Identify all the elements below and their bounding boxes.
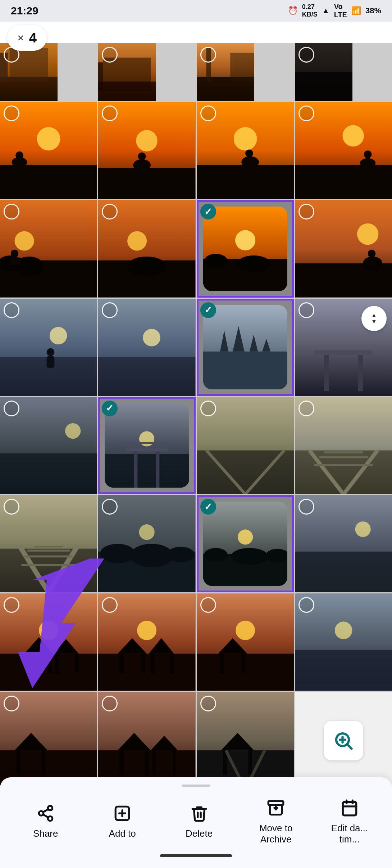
action-delete[interactable]: Delete [178,803,221,839]
photo-checkbox[interactable] [298,401,314,416]
photo-cell[interactable] [197,593,294,691]
photo-checkbox-checked[interactable] [200,204,216,220]
scroll-indicator[interactable]: ▲ ▼ [361,306,387,331]
photo-cell-selected[interactable] [197,200,294,297]
svg-rect-96 [0,549,97,593]
photo-grid [0,43,392,789]
svg-rect-16 [0,165,97,199]
svg-point-25 [233,127,257,150]
photo-checkbox[interactable] [200,401,216,416]
photo-cell[interactable] [0,43,58,101]
photo-checkbox[interactable] [200,597,216,613]
svg-rect-26 [197,165,294,199]
photo-cell[interactable] [295,102,392,199]
status-icons: ⏰ 0.27KB/S ▲ VoLTE 📶 38% [288,3,381,19]
action-archive[interactable]: Move to Archive [254,797,297,845]
photo-cell[interactable] [295,43,352,101]
svg-point-18 [15,152,23,159]
status-bar: 21:29 ⏰ 0.27KB/S ▲ VoLTE 📶 38% [0,0,392,22]
svg-point-48 [204,254,228,269]
photo-cell[interactable] [0,397,97,494]
selection-badge[interactable]: × 4 [7,25,47,51]
photo-cell[interactable] [98,43,156,101]
photo-checkbox[interactable] [102,499,118,515]
action-editdate[interactable]: Edit da... tim... [331,797,368,845]
svg-point-23 [138,153,146,161]
photo-cell[interactable] [98,593,195,691]
photo-cell[interactable] [98,102,195,199]
photo-cell[interactable] [0,200,97,297]
photo-checkbox[interactable] [4,597,19,613]
svg-rect-55 [367,258,377,266]
photo-cell-selected[interactable] [197,495,294,592]
photo-cell[interactable] [0,495,97,592]
photo-cell[interactable] [98,299,195,396]
svg-point-35 [15,231,34,251]
photo-checkbox[interactable] [4,204,19,220]
svg-rect-149 [42,750,46,775]
svg-point-112 [204,548,228,561]
photo-cell[interactable] [0,299,97,396]
action-add[interactable]: Add to [101,803,144,839]
sheet-handle [182,785,210,787]
close-selection-icon[interactable]: × [17,31,24,45]
photo-checkbox[interactable] [4,105,19,121]
svg-point-137 [236,621,255,640]
svg-line-175 [43,809,48,812]
photo-cell[interactable] [98,495,195,592]
photo-checkbox[interactable] [4,401,19,416]
svg-rect-141 [241,654,245,673]
photo-checkbox[interactable] [4,696,19,711]
calendar-icon-container [339,797,360,818]
photo-checkbox-checked[interactable] [102,401,118,416]
photo-cell[interactable] [0,593,97,691]
photo-cell[interactable] [197,692,294,789]
svg-point-143 [335,622,352,639]
photo-checkbox[interactable] [298,105,314,121]
photo-checkbox[interactable] [4,302,19,318]
photo-cell-selected[interactable] [98,397,195,494]
photo-cell[interactable] [295,495,392,592]
share-icon-container [35,803,56,824]
photo-checkbox[interactable] [102,47,118,63]
photo-checkbox[interactable] [200,47,216,63]
photo-checkbox[interactable] [200,696,216,711]
svg-point-15 [37,127,60,150]
photo-checkbox[interactable] [298,204,314,220]
photo-checkbox-checked[interactable] [200,499,216,515]
photo-checkbox[interactable] [200,105,216,121]
photo-checkbox[interactable] [298,47,314,63]
photo-cell[interactable] [0,692,97,789]
svg-point-28 [245,149,253,157]
svg-point-20 [136,130,158,151]
action-share[interactable]: Share [24,803,67,839]
svg-rect-156 [153,750,156,775]
photo-cell[interactable] [197,397,294,494]
svg-point-32 [360,158,375,168]
photo-checkbox[interactable] [102,302,118,318]
share-label: Share [33,828,58,839]
svg-rect-181 [343,802,356,815]
svg-point-49 [237,256,270,272]
photo-cell-magnify[interactable] [295,692,392,789]
photo-cell-selected[interactable] [197,299,294,396]
photo-cell[interactable] [295,593,392,691]
photo-cell[interactable] [98,200,195,297]
svg-rect-153 [120,750,124,775]
photo-checkbox[interactable] [298,597,314,613]
photo-cell[interactable] [197,43,254,101]
svg-point-42 [127,231,147,251]
photo-cell[interactable] [197,102,294,199]
photo-checkbox[interactable] [298,499,314,515]
photo-checkbox-checked[interactable] [200,302,216,318]
svg-rect-71 [324,352,329,391]
photo-cell[interactable] [295,397,392,494]
photo-checkbox[interactable] [102,105,118,121]
photo-checkbox[interactable] [298,302,314,318]
photo-cell[interactable] [0,102,97,199]
photo-cell[interactable] [295,200,392,297]
photo-cell[interactable] [98,692,195,789]
photo-checkbox[interactable] [102,696,118,711]
svg-rect-135 [170,654,174,673]
photo-checkbox[interactable] [4,499,19,515]
